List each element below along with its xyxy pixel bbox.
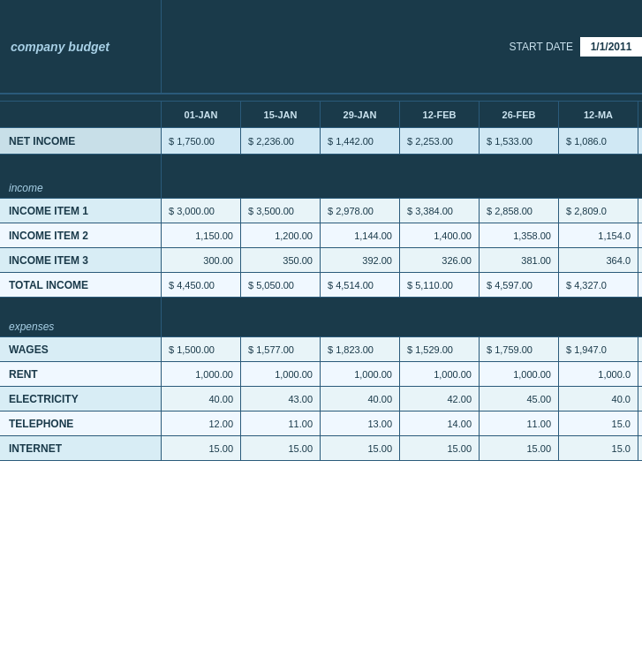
total-income-val-5: $ 4,327.0 (559, 273, 638, 297)
wages-val-2: $ 1,823.00 (321, 337, 400, 361)
telephone-val-2: 13.00 (321, 412, 400, 435)
income-item-2-val-1: 1,200.00 (241, 223, 321, 247)
total-income-val-1: $ 5,050.00 (241, 273, 321, 297)
telephone-row: TELEPHONE 12.00 11.00 13.00 14.00 11.00 … (0, 412, 642, 436)
electricity-val-1: 43.00 (241, 387, 321, 411)
rent-val-2: 1,000.00 (321, 362, 400, 386)
income-item-2-val-2: 1,144.00 (321, 223, 400, 247)
total-income-label: TOTAL INCOME (0, 273, 162, 297)
telephone-val-1: 11.00 (241, 412, 321, 435)
internet-label: INTERNET (0, 436, 162, 460)
total-income-val-4: $ 4,597.00 (480, 273, 559, 297)
internet-val-5: 15.0 (559, 436, 638, 460)
col-header-12feb: 12-FEB (400, 102, 480, 127)
income-item-3-val-5: 364.0 (559, 248, 638, 272)
internet-val-0: 15.00 (162, 436, 241, 460)
income-item-1-val-4: $ 2,858.00 (480, 199, 559, 223)
internet-val-1: 15.00 (241, 436, 321, 460)
spacer-2: income (0, 155, 642, 199)
income-item-3-val-1: 350.00 (241, 248, 321, 272)
net-income-row: NET INCOME $ 1,750.00 $ 2,236.00 $ 1,442… (0, 128, 642, 155)
internet-val-3: 15.00 (400, 436, 480, 460)
wages-val-3: $ 1,529.00 (400, 337, 480, 361)
expenses-section-header: expenses (0, 298, 162, 336)
internet-val-4: 15.00 (480, 436, 559, 460)
wages-val-0: $ 1,500.00 (162, 337, 241, 361)
expenses-spacer: expenses (0, 298, 642, 337)
income-item-1-label: INCOME ITEM 1 (0, 199, 162, 223)
income-item-1-val-5: $ 2,809.0 (559, 199, 638, 223)
start-date-value[interactable]: 1/1/2011 (580, 37, 642, 57)
income-item-2-val-3: 1,400.00 (400, 223, 480, 247)
total-income-val-0: $ 4,450.00 (162, 273, 241, 297)
income-item-2-row: INCOME ITEM 2 1,150.00 1,200.00 1,144.00… (0, 223, 642, 248)
income-section-header: income (0, 155, 162, 198)
income-label: income (9, 182, 43, 194)
rent-val-0: 1,000.00 (162, 362, 241, 386)
income-item-1-row: INCOME ITEM 1 $ 3,000.00 $ 3,500.00 $ 2,… (0, 199, 642, 223)
net-income-val-2: $ 1,442.00 (321, 128, 400, 154)
start-date-label: START DATE (510, 41, 573, 53)
electricity-val-2: 40.00 (321, 387, 400, 411)
electricity-val-5: 40.0 (559, 387, 638, 411)
col-header-15jan: 15-JAN (241, 102, 321, 127)
col-header-12ma: 12-MA (559, 102, 638, 127)
wages-val-4: $ 1,759.00 (480, 337, 559, 361)
income-item-3-val-4: 381.00 (480, 248, 559, 272)
income-item-3-label: INCOME ITEM 3 (0, 248, 162, 272)
income-item-1-val-1: $ 3,500.00 (241, 199, 321, 223)
income-item-3-val-3: 326.00 (400, 248, 480, 272)
rent-val-5: 1,000.0 (559, 362, 638, 386)
col-header-29jan: 29-JAN (321, 102, 400, 127)
income-item-1-val-3: $ 3,384.00 (400, 199, 480, 223)
rent-val-1: 1,000.00 (241, 362, 321, 386)
telephone-val-3: 14.00 (400, 412, 480, 435)
col-header-01jan: 01-JAN (162, 102, 241, 127)
income-item-2-val-4: 1,358.00 (480, 223, 559, 247)
empty-header-cell (0, 102, 162, 127)
telephone-val-4: 11.00 (480, 412, 559, 435)
telephone-val-0: 12.00 (162, 412, 241, 435)
income-item-1-val-2: $ 2,978.00 (321, 199, 400, 223)
telephone-label: TELEPHONE (0, 412, 162, 435)
expenses-label: expenses (9, 321, 54, 333)
rent-val-4: 1,000.00 (480, 362, 559, 386)
net-income-val-3: $ 2,253.00 (400, 128, 480, 154)
internet-row: INTERNET 15.00 15.00 15.00 15.00 15.00 1… (0, 436, 642, 461)
income-item-3-val-0: 300.00 (162, 248, 241, 272)
electricity-val-4: 45.00 (480, 387, 559, 411)
income-item-2-val-0: 1,150.00 (162, 223, 241, 247)
net-income-val-4: $ 1,533.00 (480, 128, 559, 154)
electricity-val-3: 42.00 (400, 387, 480, 411)
electricity-val-0: 40.00 (162, 387, 241, 411)
company-budget-label: company budget (11, 40, 110, 54)
rent-label: RENT (0, 362, 162, 386)
internet-val-2: 15.00 (321, 436, 400, 460)
income-item-2-label: INCOME ITEM 2 (0, 223, 162, 247)
spreadsheet: company budget START DATE 1/1/2011 01-JA… (0, 0, 642, 672)
electricity-label: ELECTRICITY (0, 387, 162, 411)
income-item-2-val-5: 1,154.0 (559, 223, 638, 247)
total-income-row: TOTAL INCOME $ 4,450.00 $ 5,050.00 $ 4,5… (0, 273, 642, 298)
spacer-1 (0, 94, 642, 102)
income-item-3-row: INCOME ITEM 3 300.00 350.00 392.00 326.0… (0, 248, 642, 273)
net-income-label: NET INCOME (0, 128, 162, 154)
col-header-26feb: 26-FEB (480, 102, 559, 127)
rent-row: RENT 1,000.00 1,000.00 1,000.00 1,000.00… (0, 362, 642, 387)
net-income-val-1: $ 2,236.00 (241, 128, 321, 154)
header-content: START DATE 1/1/2011 (162, 0, 642, 93)
rent-val-3: 1,000.00 (400, 362, 480, 386)
income-item-1-val-0: $ 3,000.00 (162, 199, 241, 223)
net-income-val-0: $ 1,750.00 (162, 128, 241, 154)
electricity-row: ELECTRICITY 40.00 43.00 40.00 42.00 45.0… (0, 387, 642, 412)
wages-row: WAGES $ 1,500.00 $ 1,577.00 $ 1,823.00 $… (0, 337, 642, 362)
net-income-val-5: $ 1,086.0 (559, 128, 638, 154)
telephone-val-5: 15.0 (559, 412, 638, 435)
total-income-val-3: $ 5,110.00 (400, 273, 480, 297)
wages-val-5: $ 1,947.0 (559, 337, 638, 361)
header-row: company budget START DATE 1/1/2011 (0, 0, 642, 94)
column-headers-row: 01-JAN 15-JAN 29-JAN 12-FEB 26-FEB 12-MA (0, 102, 642, 128)
wages-label: WAGES (0, 337, 162, 361)
company-budget-cell: company budget (0, 0, 162, 93)
total-income-val-2: $ 4,514.00 (321, 273, 400, 297)
